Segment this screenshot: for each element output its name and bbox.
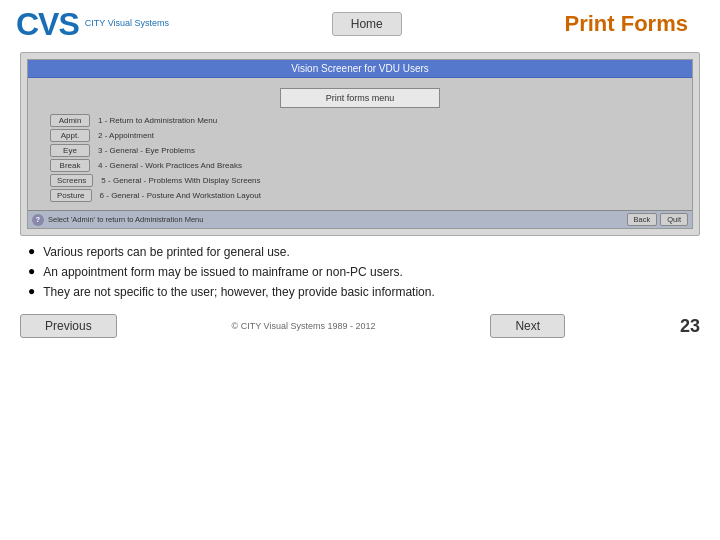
menu-row: Posture 6 - General - Posture And Workst… [50, 189, 670, 202]
menu-item-label: 4 - General - Work Practices And Breaks [98, 161, 242, 170]
menu-item-btn[interactable]: Break [50, 159, 90, 172]
menu-item-btn[interactable]: Posture [50, 189, 92, 202]
logo-subtitle: CITY Visual Systems [85, 18, 169, 30]
bullet-dot: ● [28, 264, 35, 278]
menu-item-label: 1 - Return to Administration Menu [98, 116, 217, 125]
menu-row: Appt. 2 - Appointment [50, 129, 670, 142]
bullet-text: Various reports can be printed for gener… [43, 244, 290, 261]
page-number: 23 [680, 316, 700, 337]
menu-item-btn[interactable]: Screens [50, 174, 93, 187]
menu-item-btn[interactable]: Admin [50, 114, 90, 127]
bullet-item: ● They are not specific to the user; how… [28, 284, 692, 301]
header: CVS CITY Visual Systems Home Print Forms [0, 0, 720, 48]
menu-row: Eye 3 - General - Eye Problems [50, 144, 670, 157]
bullet-text: They are not specific to the user; howev… [43, 284, 435, 301]
bullet-dot: ● [28, 284, 35, 298]
screenshot-area: Vision Screener for VDU Users Print form… [20, 52, 700, 236]
statusbar-buttons: Back Quit [627, 213, 688, 226]
bullets-section: ● Various reports can be printed for gen… [28, 244, 692, 300]
screen-content: Print forms menu Admin 1 - Return to Adm… [28, 78, 692, 206]
page-title: Print Forms [565, 11, 688, 37]
bullet-text: An appointment form may be issued to mai… [43, 264, 403, 281]
quit-button[interactable]: Quit [660, 213, 688, 226]
menu-item-btn[interactable]: Eye [50, 144, 90, 157]
back-button[interactable]: Back [627, 213, 658, 226]
screen-title-bar: Vision Screener for VDU Users [28, 60, 692, 78]
menu-row: Break 4 - General - Work Practices And B… [50, 159, 670, 172]
menu-rows: Admin 1 - Return to Administration Menu … [40, 114, 680, 202]
bullet-dot: ● [28, 244, 35, 258]
screenshot-inner: Vision Screener for VDU Users Print form… [27, 59, 693, 229]
menu-item-label: 3 - General - Eye Problems [98, 146, 195, 155]
menu-item-btn[interactable]: Appt. [50, 129, 90, 142]
home-button[interactable]: Home [332, 12, 402, 36]
bullet-item: ● Various reports can be printed for gen… [28, 244, 692, 261]
menu-item-label: 2 - Appointment [98, 131, 154, 140]
logo-area: CVS CITY Visual Systems [16, 8, 169, 40]
screen-statusbar: ? Select 'Admin' to return to Administra… [28, 210, 692, 228]
next-button[interactable]: Next [490, 314, 565, 338]
menu-title-box: Print forms menu [280, 88, 440, 108]
menu-row: Admin 1 - Return to Administration Menu [50, 114, 670, 127]
bullet-item: ● An appointment form may be issued to m… [28, 264, 692, 281]
menu-row: Screens 5 - General - Problems With Disp… [50, 174, 670, 187]
cvs-logo: CVS [16, 8, 79, 40]
footer: Previous © CITY Visual Systems 1989 - 20… [0, 308, 720, 342]
help-icon: ? [32, 214, 44, 226]
menu-item-label: 5 - General - Problems With Display Scre… [101, 176, 260, 185]
previous-button[interactable]: Previous [20, 314, 117, 338]
copyright: © CITY Visual Systems 1989 - 2012 [232, 321, 376, 331]
statusbar-text: Select 'Admin' to return to Administrati… [48, 215, 203, 224]
statusbar-left: ? Select 'Admin' to return to Administra… [32, 214, 203, 226]
menu-item-label: 6 - General - Posture And Workstation La… [100, 191, 261, 200]
